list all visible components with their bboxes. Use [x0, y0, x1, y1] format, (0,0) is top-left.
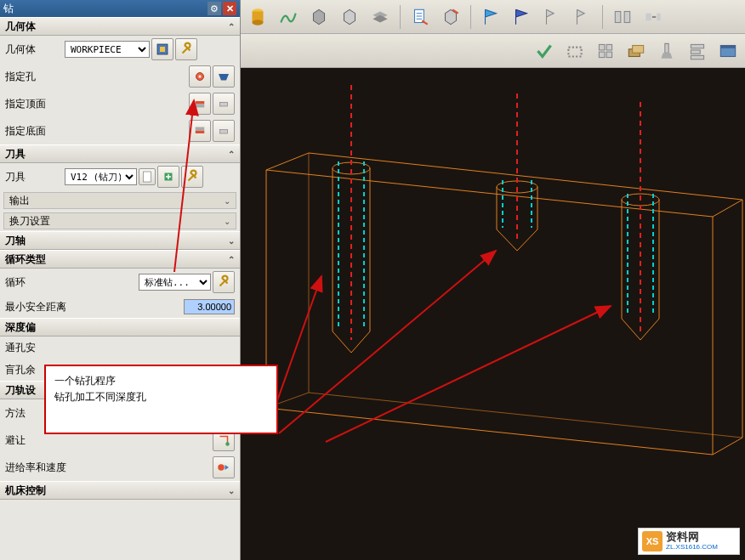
specify-top-icon[interactable]	[189, 93, 211, 115]
svg-rect-6	[220, 103, 228, 107]
row-tool: 刀具 V12 (钻刀)	[0, 163, 240, 190]
specify-bottom-icon[interactable]	[189, 120, 211, 142]
tool-block2-icon[interactable]	[336, 3, 363, 31]
toolbar-separator	[470, 5, 471, 29]
specify-hole-display-icon[interactable]	[213, 65, 235, 88]
row-specify-bottom: 指定底面	[0, 117, 240, 144]
row-specify-hole: 指定孔	[0, 63, 240, 90]
tool-compare-icon[interactable]	[609, 3, 636, 31]
tool-path-icon[interactable]	[275, 3, 302, 31]
chevron-down-icon[interactable]: ⌄	[224, 217, 230, 226]
svg-rect-24	[606, 44, 612, 50]
toolbar-2	[241, 34, 745, 68]
svg-rect-21	[657, 13, 660, 20]
dialog-titlebar: 钻 ⚙ ✕	[0, 0, 240, 17]
geometry-wrench-icon[interactable]	[175, 38, 197, 60]
layers2-icon[interactable]	[623, 37, 650, 65]
chevron-down-icon[interactable]: ⌄	[228, 486, 235, 495]
close-icon[interactable]: ✕	[223, 2, 236, 15]
min-safe-input[interactable]	[184, 299, 235, 314]
tool-cylinder-icon[interactable]	[244, 3, 271, 31]
specify-bottom-display-icon[interactable]	[213, 120, 235, 142]
svg-rect-33	[720, 45, 735, 48]
window-icon[interactable]	[714, 37, 742, 65]
toolbar-1	[241, 0, 745, 34]
watermark: XS 资料网 ZL.XS1616.COM	[638, 528, 740, 555]
svg-rect-28	[633, 45, 644, 53]
tool-layer-icon[interactable]	[367, 3, 394, 31]
cycle-combo[interactable]: 标准钻...	[139, 274, 211, 291]
svg-rect-8	[196, 131, 205, 133]
chevron-down-icon[interactable]: ⌄	[228, 236, 235, 246]
svg-rect-10	[144, 172, 151, 182]
section-geometry[interactable]: 几何体 ⌃	[0, 17, 240, 36]
grid-icon[interactable]	[592, 37, 619, 65]
sub-tool-change[interactable]: 换刀设置 ⌄	[3, 212, 236, 229]
svg-rect-31	[691, 55, 703, 59]
settings-icon[interactable]: ⚙	[208, 2, 221, 15]
svg-rect-18	[615, 11, 621, 22]
row-cycle: 循环 标准钻...	[0, 269, 240, 296]
chevron-up-icon[interactable]: ⌃	[228, 255, 235, 264]
specify-hole-icon[interactable]	[189, 65, 211, 88]
svg-rect-25	[599, 52, 605, 58]
tool-wrench-icon[interactable]	[181, 166, 203, 188]
sub-output[interactable]: 输出 ⌄	[3, 192, 236, 209]
svg-point-12	[225, 442, 230, 446]
chevron-up-icon[interactable]: ⌃	[228, 22, 235, 31]
chevron-up-icon[interactable]: ⌃	[228, 150, 235, 159]
lamp-icon[interactable]	[653, 37, 680, 65]
toolbar-separator	[602, 5, 603, 29]
tool-verify-icon[interactable]	[437, 3, 464, 31]
svg-rect-9	[220, 130, 228, 134]
toolbar-separator	[400, 5, 401, 29]
3d-viewport[interactable]: XS 资料网 ZL.XS1616.COM	[241, 68, 745, 560]
svg-rect-22	[568, 47, 581, 56]
section-tool[interactable]: 刀具 ⌃	[0, 144, 240, 163]
row-specify-top: 指定顶面	[0, 90, 240, 117]
svg-point-3	[199, 76, 202, 78]
feed-speed-icon[interactable]	[213, 456, 235, 478]
svg-rect-30	[691, 49, 700, 53]
chevron-down-icon[interactable]: ⌄	[224, 196, 230, 206]
rect-sel-icon[interactable]	[561, 37, 589, 65]
drill-dialog-panel: 钻 ⚙ ✕ 几何体 ⌃ 几何体 WORKPIECE 指定孔 指定顶面 指定底面 …	[0, 0, 241, 560]
tool-new-icon[interactable]	[157, 166, 179, 188]
annotation-line2: 钻孔加工不同深度孔	[54, 389, 268, 405]
watermark-main: 资料网	[666, 531, 718, 543]
svg-point-16	[253, 20, 264, 25]
section-cycle-type[interactable]: 循环类型 ⌃	[0, 250, 240, 269]
tool-combo[interactable]: V12 (钻刀)	[65, 168, 137, 185]
row-min-safe: 最小安全距离	[0, 296, 240, 318]
svg-rect-19	[624, 11, 630, 22]
svg-rect-20	[645, 13, 651, 20]
section-machine-control[interactable]: 机床控制 ⌄	[0, 481, 240, 500]
tool-flag2-icon[interactable]	[508, 3, 535, 31]
right-area: XS 资料网 ZL.XS1616.COM	[241, 0, 745, 560]
cycle-edit-icon[interactable]	[213, 271, 235, 293]
geometry-select-icon[interactable]	[151, 38, 173, 60]
check-icon[interactable]	[531, 37, 558, 65]
annotation-callout: 一个钻孔程序 钻孔加工不同深度孔	[44, 365, 278, 434]
tool-transfer-icon[interactable]	[640, 3, 667, 31]
dialog-title: 钻	[3, 2, 206, 16]
specify-top-display-icon[interactable]	[213, 93, 235, 115]
tool-info-icon[interactable]	[139, 168, 156, 185]
svg-rect-1	[160, 47, 165, 52]
align-icon[interactable]	[684, 37, 711, 65]
section-tool-axis[interactable]: 刀轴 ⌄	[0, 231, 240, 250]
svg-rect-7	[196, 127, 205, 132]
tool-sheet-icon[interactable]	[407, 3, 434, 31]
tool-flag1-icon[interactable]	[477, 3, 504, 31]
tool-flag4-icon[interactable]	[569, 3, 596, 31]
watermark-sub: ZL.XS1616.COM	[666, 544, 718, 552]
tool-block-icon[interactable]	[305, 3, 333, 31]
geometry-combo[interactable]: WORKPIECE	[65, 41, 150, 58]
tool-flag3-icon[interactable]	[538, 3, 566, 31]
row-geometry-body: 几何体 WORKPIECE	[0, 36, 240, 63]
svg-rect-26	[606, 52, 612, 58]
svg-rect-23	[599, 44, 605, 50]
section-depth-offset[interactable]: 深度偏	[0, 318, 240, 337]
svg-rect-5	[196, 104, 205, 108]
viewport-svg	[241, 68, 745, 560]
